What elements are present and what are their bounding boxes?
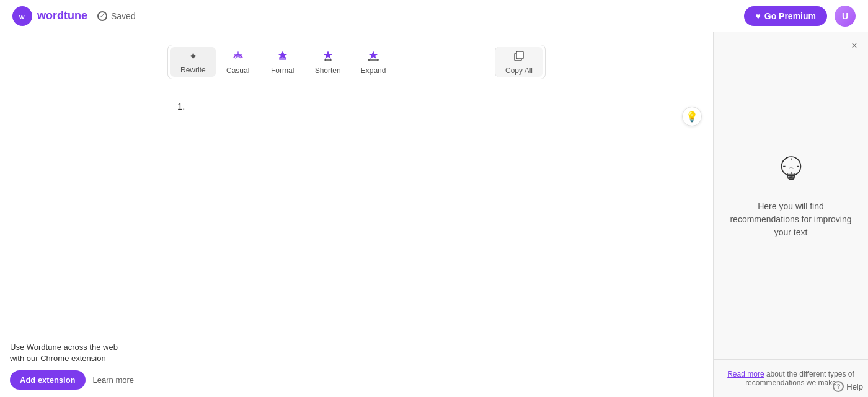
bottom-bar-actions: Add extension Learn more bbox=[10, 370, 151, 390]
learn-more-link[interactable]: Learn more bbox=[93, 375, 134, 385]
expand-button[interactable]: Expand bbox=[351, 47, 396, 77]
svg-marker-7 bbox=[369, 51, 378, 59]
rewrite-icon: ✦ bbox=[188, 50, 198, 63]
panel-description: Here you will find recommendations for i… bbox=[726, 200, 856, 239]
rewrite-button[interactable]: ✦ Rewrite bbox=[170, 47, 216, 77]
saved-badge: ✓ Saved bbox=[97, 11, 136, 21]
header-right: ♥ Go Premium U bbox=[744, 6, 856, 27]
premium-btn-label: Go Premium bbox=[764, 11, 816, 21]
logo-text-part1: word bbox=[37, 9, 64, 22]
copy-all-button[interactable]: Copy All bbox=[495, 47, 542, 77]
close-icon: × bbox=[851, 40, 857, 51]
svg-text:w: w bbox=[19, 13, 25, 20]
expand-label: Expand bbox=[361, 66, 386, 75]
bottom-bar-text: Use Wordtune across the web with our Chr… bbox=[10, 342, 151, 364]
shorten-button[interactable]: Shorten bbox=[305, 47, 351, 77]
shorten-icon bbox=[321, 50, 335, 64]
avatar[interactable]: U bbox=[835, 6, 856, 27]
go-premium-button[interactable]: ♥ Go Premium bbox=[744, 6, 827, 26]
rewrite-label: Rewrite bbox=[180, 66, 206, 74]
bottom-bar-line1: Use Wordtune across the web bbox=[10, 342, 151, 353]
panel-bulb-icon bbox=[773, 153, 810, 190]
panel-close-button[interactable]: × bbox=[847, 38, 862, 53]
panel-content: Here you will find recommendations for i… bbox=[714, 32, 868, 359]
toolbar: ✦ Rewrite Casual bbox=[167, 45, 546, 79]
casual-icon bbox=[231, 50, 245, 64]
formal-button[interactable]: Formal bbox=[260, 47, 305, 77]
help-label: Help bbox=[846, 382, 863, 391]
svg-marker-5 bbox=[324, 51, 332, 59]
casual-label: Casual bbox=[226, 66, 249, 75]
help-button[interactable]: ? Help bbox=[833, 381, 863, 392]
tip-lightbulb-icon: 💡 bbox=[686, 111, 698, 123]
formal-label: Formal bbox=[271, 66, 294, 75]
help-icon: ? bbox=[833, 381, 844, 392]
logo[interactable]: w wordtune bbox=[12, 6, 87, 26]
text-editor[interactable]: 1. bbox=[167, 89, 546, 337]
svg-marker-2 bbox=[234, 51, 242, 59]
copy-all-label: Copy All bbox=[505, 66, 533, 75]
tip-lightbulb-button[interactable]: 💡 bbox=[682, 107, 702, 126]
sidebar-panel: × bbox=[713, 32, 868, 397]
svg-rect-10 bbox=[516, 51, 523, 59]
editor-content: 1. bbox=[177, 101, 185, 111]
logo-text: wordtune bbox=[37, 9, 87, 22]
copy-all-icon bbox=[512, 50, 526, 64]
saved-label: Saved bbox=[111, 11, 136, 21]
logo-text-part2: tune bbox=[64, 9, 87, 22]
add-extension-button[interactable]: Add extension bbox=[10, 370, 86, 390]
help-question-mark: ? bbox=[836, 383, 840, 390]
header-left: w wordtune ✓ Saved bbox=[12, 6, 136, 26]
saved-check-icon: ✓ bbox=[97, 11, 107, 21]
formal-icon bbox=[276, 50, 290, 64]
bottom-bar: Use Wordtune across the web with our Chr… bbox=[0, 334, 161, 397]
avatar-image: U bbox=[835, 6, 856, 27]
shorten-label: Shorten bbox=[315, 66, 341, 75]
app-header: w wordtune ✓ Saved ♥ Go Premium U bbox=[0, 0, 868, 32]
expand-icon bbox=[366, 50, 380, 64]
main-content: ✦ Rewrite Casual bbox=[0, 32, 868, 397]
casual-button[interactable]: Casual bbox=[216, 47, 260, 77]
bottom-bar-line2: with our Chrome extension bbox=[10, 353, 151, 364]
read-more-link[interactable]: Read more bbox=[727, 370, 764, 378]
logo-icon: w bbox=[12, 6, 32, 26]
heart-icon: ♥ bbox=[755, 11, 760, 21]
